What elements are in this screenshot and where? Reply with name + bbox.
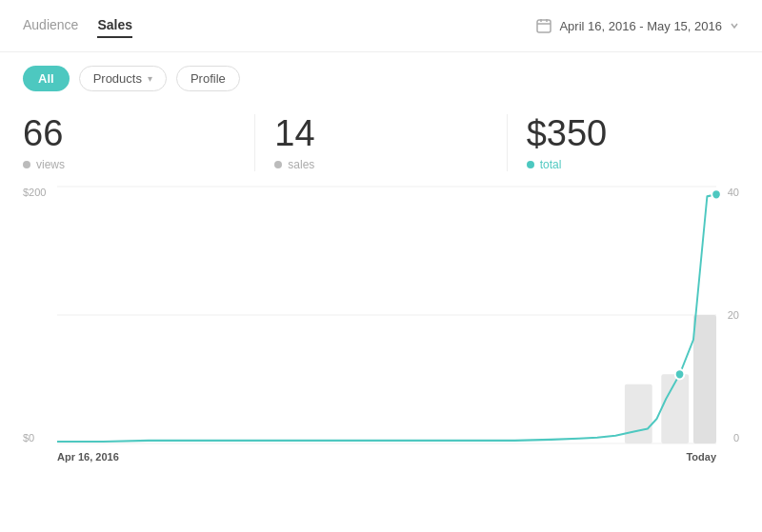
x-label-start: Apr 16, 2016 <box>57 451 119 463</box>
chevron-down-icon <box>730 21 739 30</box>
y-label-200: $200 <box>23 187 46 198</box>
svg-rect-9 <box>693 315 716 443</box>
x-axis-labels: Apr 16, 2016 Today <box>57 451 716 463</box>
views-label-row: views <box>23 158 235 171</box>
sales-label: sales <box>288 158 314 171</box>
total-label: total <box>540 158 562 171</box>
views-value: 66 <box>23 114 235 154</box>
total-dot <box>527 161 534 168</box>
top-navigation: Audience Sales April 16, 2016 - May 15, … <box>0 0 762 52</box>
calendar-icon <box>536 18 551 33</box>
tab-sales[interactable]: Sales <box>97 13 132 38</box>
y-axis-right: 40 20 0 <box>728 187 739 463</box>
date-range-selector[interactable]: April 16, 2016 - May 15, 2016 <box>536 18 739 33</box>
views-label: views <box>36 158 65 171</box>
svg-rect-0 <box>537 20 551 32</box>
date-range-label: April 16, 2016 - May 15, 2016 <box>559 19 722 33</box>
stat-total: $350 total <box>527 114 739 171</box>
total-value: $350 <box>527 114 739 154</box>
nav-tabs: Audience Sales <box>23 13 132 38</box>
chevron-down-icon: ▾ <box>148 73 152 84</box>
filter-all-button[interactable]: All <box>23 66 70 91</box>
stat-divider-2 <box>507 114 508 171</box>
chart-area: $200 $0 40 20 0 <box>23 187 739 463</box>
chart-container: $200 $0 40 20 0 <box>23 187 739 463</box>
stat-divider-1 <box>254 114 255 171</box>
filter-products-button[interactable]: Products ▾ <box>79 66 167 91</box>
stat-views: 66 views <box>23 114 235 171</box>
svg-rect-8 <box>661 374 689 443</box>
y-axis-left: $200 $0 <box>23 187 46 463</box>
y-label-r0: 0 <box>733 432 739 443</box>
sales-label-row: sales <box>274 158 487 171</box>
y-label-0: $0 <box>23 432 46 443</box>
total-label-row: total <box>527 158 739 171</box>
tab-audience[interactable]: Audience <box>23 13 78 38</box>
views-dot <box>23 161 30 168</box>
filter-products-label: Products <box>93 71 142 86</box>
svg-point-11 <box>712 189 721 199</box>
x-label-end: Today <box>686 451 716 463</box>
y-label-20: 20 <box>728 309 739 321</box>
sales-dot <box>274 161 282 168</box>
filter-profile-label: Profile <box>190 71 226 86</box>
stat-sales: 14 sales <box>274 114 487 171</box>
svg-rect-7 <box>625 384 652 443</box>
filter-bar: All Products ▾ Profile <box>0 52 762 105</box>
chart-plot <box>57 187 716 443</box>
svg-point-10 <box>675 369 685 379</box>
y-label-40: 40 <box>728 187 739 198</box>
stats-row: 66 views 14 sales $350 total <box>0 105 762 177</box>
filter-profile-button[interactable]: Profile <box>176 66 240 91</box>
sales-value: 14 <box>274 114 487 154</box>
chart-svg <box>57 187 716 443</box>
